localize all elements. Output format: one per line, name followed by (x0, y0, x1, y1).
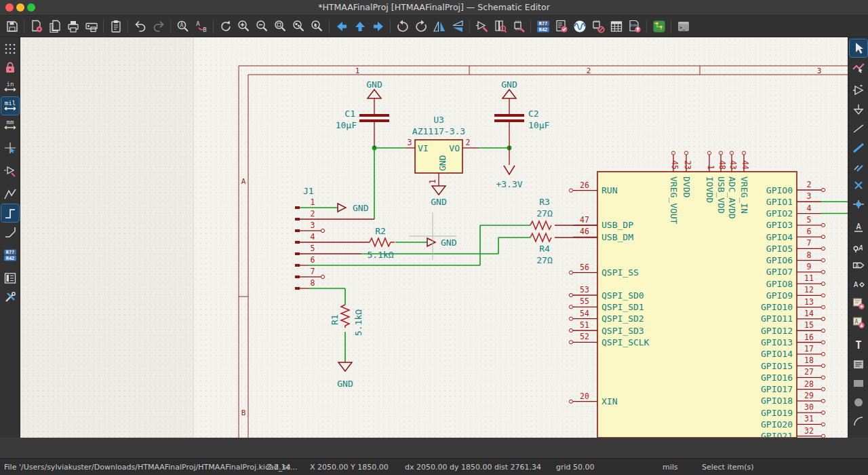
zoom-selection-button[interactable] (308, 18, 326, 35)
units-inches-button[interactable]: in (1, 78, 19, 96)
ic-pin-name: GPIO19 (761, 408, 793, 418)
refresh-button[interactable] (216, 18, 235, 35)
page-settings-button[interactable] (45, 18, 64, 35)
zoom-fit-page-button[interactable] (271, 18, 290, 35)
svg-text:>_: >_ (679, 24, 685, 30)
plot-button[interactable] (82, 18, 100, 35)
power-gnd-u3[interactable]: GND (431, 186, 447, 207)
place-junction-button[interactable] (850, 195, 867, 213)
units-mm-button[interactable]: mm (1, 116, 19, 134)
power-3v3[interactable]: +3.3V (496, 166, 522, 189)
scripting-console-button[interactable]: >_ (674, 18, 692, 35)
hidden-pins-icon (3, 164, 17, 178)
assign-footprints-button[interactable] (589, 18, 607, 35)
wire-icon (852, 121, 865, 135)
nav-back-button[interactable] (332, 18, 351, 35)
power-gnd-r2[interactable]: GND (427, 238, 457, 248)
place-symbol-button[interactable] (850, 81, 867, 99)
power-gnd-j1[interactable]: GND (338, 203, 369, 213)
paste-icon (108, 19, 123, 34)
footprint-editor-button[interactable] (509, 18, 528, 35)
nav-forward-button[interactable] (369, 18, 387, 35)
ic-pin-name: GPIO12 (761, 326, 793, 336)
power-gnd-c2[interactable]: GND (501, 79, 517, 114)
place-arc-button[interactable] (850, 413, 867, 430)
rotate-cw-button[interactable] (412, 18, 430, 35)
schematic-setup-button[interactable] (27, 18, 45, 35)
zoom-in-button[interactable] (235, 18, 253, 35)
hierarchy-navigator-button[interactable] (1, 269, 19, 287)
component-c1[interactable]: C1 10µF (336, 109, 389, 148)
power-gnd-r1[interactable]: GND (337, 362, 353, 389)
annotate-options-button[interactable]: R??R42 (1, 246, 19, 264)
ic-pin-number: 31 (804, 414, 814, 423)
component-j1[interactable]: J1 12345678 (295, 186, 374, 290)
nav-up-button[interactable] (351, 18, 369, 35)
ic-pin-number: 18 (804, 356, 814, 365)
place-directive-label-button[interactable]: A (850, 238, 867, 255)
component-ic[interactable]: 26RUN47USB_DP46USB_DM56QSPI_SS53QSPI_SD0… (569, 151, 848, 438)
power-port-icon (852, 102, 865, 116)
simulator-button[interactable] (570, 18, 589, 35)
bom-button[interactable]: bom (625, 18, 644, 35)
hidden-pins-toggle-button[interactable] (1, 162, 19, 180)
component-c2[interactable]: C2 10µF (494, 109, 549, 165)
highlight-net-button[interactable] (850, 58, 867, 76)
save-button[interactable] (3, 18, 21, 35)
place-bus-entry-button[interactable] (850, 157, 867, 175)
symbol-editor-button[interactable] (473, 18, 491, 35)
find-button[interactable]: A (174, 18, 192, 35)
symbol-fields-table-button[interactable] (607, 18, 625, 35)
place-hier-sheet-button[interactable] (850, 294, 867, 312)
schematic-canvas[interactable]: 1 2 3 A B GND C1 10µF GND (20, 37, 848, 438)
annotate-button[interactable]: R??R42 (534, 18, 552, 35)
redo-button[interactable] (149, 18, 167, 35)
snap-to-grid-button[interactable] (1, 59, 19, 77)
erc-button[interactable] (552, 18, 570, 35)
place-power-port-button[interactable] (850, 100, 867, 118)
j1-pin-square (295, 287, 300, 290)
j1-pin-number: 5 (311, 244, 315, 253)
frame-col-1: 1 (355, 66, 360, 75)
select-tool-button[interactable] (850, 39, 867, 57)
component-r4[interactable]: R4 27Ω (530, 233, 597, 265)
place-rectangle-button[interactable] (850, 375, 867, 392)
print-button[interactable] (64, 18, 82, 35)
component-r1[interactable]: R1 5.1kΩ (330, 305, 363, 336)
place-wire-button[interactable] (850, 119, 867, 137)
place-hier-label-button[interactable]: A (850, 276, 867, 293)
undo-button[interactable] (131, 18, 149, 35)
place-bus-button[interactable] (850, 138, 867, 156)
zoom-fit-objects-button[interactable] (290, 18, 308, 35)
power-gnd-c1[interactable]: GND (366, 79, 382, 114)
import-sheet-pin-button[interactable]: A (850, 314, 867, 331)
grid-icon (3, 42, 17, 56)
j1-pin-number: 4 (311, 232, 315, 242)
paste-button[interactable] (106, 18, 125, 35)
place-global-label-button[interactable]: A (850, 256, 867, 274)
zoom-out-button[interactable] (253, 18, 271, 35)
properties-panel-button[interactable] (1, 288, 19, 306)
mirror-vertical-button[interactable] (448, 18, 467, 35)
units-mils-button[interactable]: mil (1, 97, 19, 115)
place-circle-button[interactable] (850, 394, 867, 411)
pcb-editor-button[interactable] (650, 18, 668, 35)
place-textbox-button[interactable] (850, 356, 867, 373)
grid-toggle-button[interactable] (1, 40, 19, 58)
hier-label-icon: A (852, 278, 865, 291)
cursor-shape-button[interactable] (1, 139, 19, 157)
wire-hv-button[interactable] (1, 204, 19, 222)
no-connect-button[interactable] (850, 176, 867, 194)
mirror-horizontal-button[interactable] (430, 18, 448, 35)
component-u3[interactable]: U3 AZ1117-3.3 3 2 VI VO GND 1 (406, 115, 479, 186)
place-text-button[interactable]: T (850, 337, 867, 354)
c1-value: 10µF (336, 120, 357, 130)
place-net-label-button[interactable]: A (850, 218, 867, 236)
wire-free-angle-button[interactable] (1, 185, 19, 203)
wire-45-button[interactable] (1, 223, 19, 241)
component-r2[interactable]: R2 5.1kΩ (367, 226, 395, 260)
find-replace-button[interactable]: AB (192, 18, 210, 35)
symbol-library-browser-button[interactable] (491, 18, 509, 35)
rotate-ccw-button[interactable] (393, 18, 412, 35)
component-r3[interactable]: R3 27Ω (530, 197, 597, 229)
